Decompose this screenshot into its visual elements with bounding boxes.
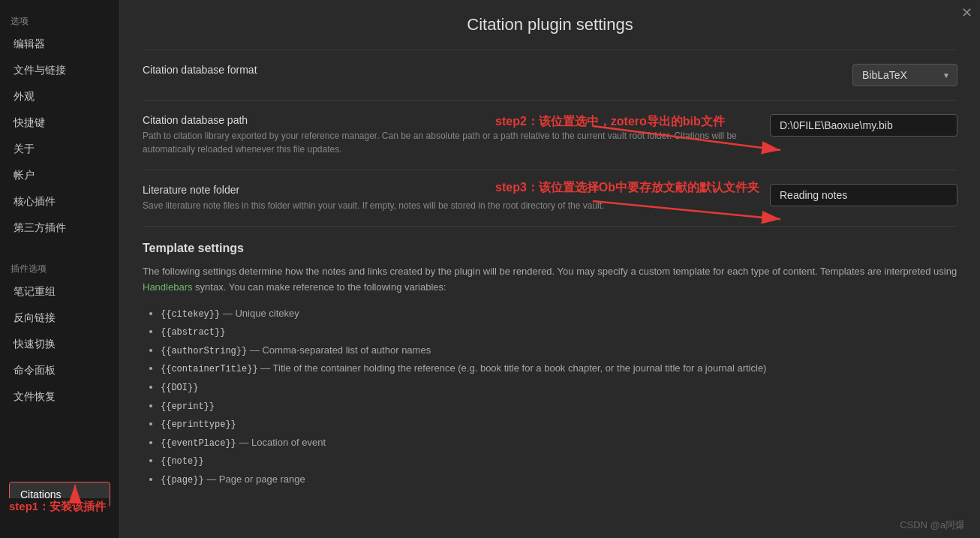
list-item: {{containerTitle}} — Title of the contai…	[161, 359, 957, 378]
list-item: {{authorString}} — Comma-separated list …	[161, 341, 957, 360]
sidebar-item-account[interactable]: 帐户	[3, 163, 116, 188]
template-desc: The following settings determine how the…	[143, 264, 957, 296]
sidebar-item-files-links[interactable]: 文件与链接	[3, 58, 116, 83]
lit-note-folder-row: Literature note folder Save literature n…	[143, 170, 957, 226]
db-path-label: Citation database path	[143, 114, 740, 126]
db-path-row: Citation database path Path to citation …	[143, 100, 957, 170]
sidebar-item-citations[interactable]: Citations	[9, 482, 110, 507]
list-item: {{eprinttype}}	[161, 415, 957, 434]
list-item: {{DOI}}	[161, 378, 957, 397]
main-content: ✕ Citation plugin settings Citation data…	[120, 0, 980, 538]
sidebar-item-backlinks[interactable]: 反向链接	[3, 305, 116, 331]
variables-list: {{citekey}} — Unique citekey {{abstract}…	[143, 305, 957, 489]
db-format-row: Citation database format BibLaTeX CSL-JS…	[143, 50, 957, 100]
sidebar-item-third-party[interactable]: 第三方插件	[3, 215, 116, 241]
lit-note-folder-label: Literature note folder	[143, 184, 740, 196]
list-item: {{note}}	[161, 452, 957, 470]
sidebar-item-quick-switch[interactable]: 快速切换	[3, 332, 116, 357]
db-format-label: Citation database format	[143, 64, 822, 76]
sidebar-section-options: 选项	[0, 6, 119, 31]
sidebar-item-appearance[interactable]: 外观	[3, 84, 116, 110]
sidebar-item-core-plugins[interactable]: 核心插件	[3, 189, 116, 215]
db-format-dropdown-wrapper: BibLaTeX CSL-JSON	[852, 64, 957, 86]
db-path-input[interactable]	[770, 114, 957, 137]
close-button[interactable]: ✕	[961, 5, 972, 21]
watermark: CSDN @a阿爆	[900, 518, 965, 532]
handlebars-link[interactable]: Handlebars	[143, 281, 193, 293]
template-heading: Template settings	[143, 242, 957, 255]
lit-note-folder-desc: Save literature note files in this folde…	[143, 199, 740, 212]
list-item: {{abstract}}	[161, 323, 957, 341]
lit-note-folder-input[interactable]	[770, 184, 957, 206]
sidebar-item-command-palette[interactable]: 命令面板	[3, 358, 116, 383]
list-item: {{eventPlace}} — Location of event	[161, 434, 957, 452]
list-item: {{page}} — Page or page range	[161, 470, 957, 489]
db-format-dropdown[interactable]: BibLaTeX CSL-JSON	[852, 64, 957, 86]
page-title: Citation plugin settings	[120, 0, 980, 50]
sidebar-item-about[interactable]: 关于	[3, 137, 116, 162]
sidebar-item-file-recovery[interactable]: 文件恢复	[3, 384, 116, 410]
settings-body: Citation database format BibLaTeX CSL-JS…	[120, 50, 980, 538]
sidebar-item-note-reorg[interactable]: 笔记重组	[3, 279, 116, 305]
template-settings-section: Template settings The following settings…	[143, 226, 957, 497]
sidebar-item-editor[interactable]: 编辑器	[3, 32, 116, 57]
sidebar-item-hotkeys[interactable]: 快捷键	[3, 110, 116, 136]
sidebar-section-plugins: 插件选项	[0, 254, 119, 278]
list-item: {{eprint}}	[161, 397, 957, 416]
list-item: {{citekey}} — Unique citekey	[161, 305, 957, 323]
db-path-desc: Path to citation library exported by you…	[143, 129, 740, 156]
sidebar: 选项 编辑器 文件与链接 外观 快捷键 关于 帐户 核心插件 第三方插件 插件选…	[0, 0, 120, 538]
